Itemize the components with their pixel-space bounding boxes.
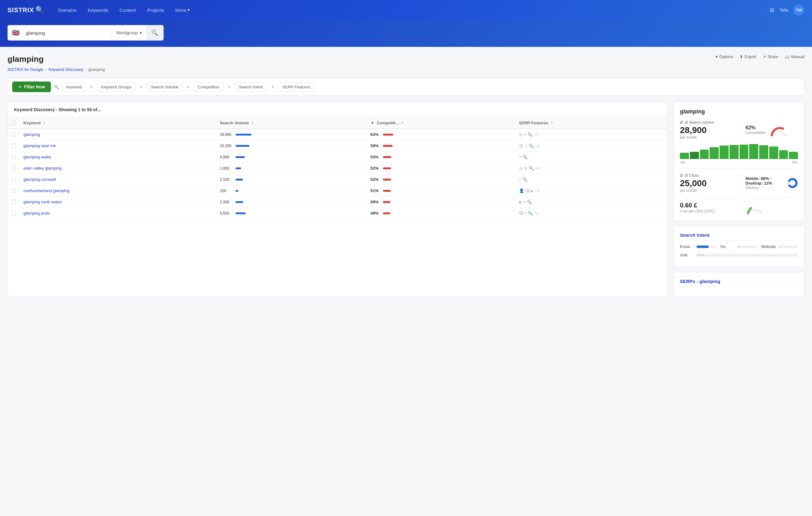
user-name: Talia (779, 7, 788, 12)
competition-pct: 59% (370, 143, 380, 148)
options-button[interactable]: ▾ Options (716, 54, 733, 59)
keyword-cell[interactable]: glamping near me (23, 143, 56, 148)
serp-icon: 🔍 (527, 132, 532, 137)
keyword-cell[interactable]: glamping wales (23, 154, 52, 159)
volume-value: 28,900 (220, 133, 233, 137)
competition-bar-fill (383, 156, 392, 158)
plus-search-volume-icon: ＋ (139, 84, 144, 90)
nav-domains[interactable]: Domains (54, 5, 81, 15)
grid-icon[interactable]: ⊞ (770, 6, 774, 13)
intent-item: Visit (680, 253, 798, 257)
right-panel: glamping Ø Ø Search volume 28,900 per mo… (673, 102, 805, 297)
volume-bar: 2,150 (220, 177, 363, 182)
filter-keyword[interactable]: Keyword (62, 83, 86, 91)
brand-logo[interactable]: SISTRIX 🔍 (7, 6, 44, 14)
competition-bar: 59% (370, 143, 512, 148)
country-flag-icon[interactable]: 🇬🇧 (8, 29, 23, 36)
serp-icon: ▶ (531, 188, 534, 193)
serp-help-icon: ? (551, 121, 553, 125)
keyword-cell[interactable]: glamping pods (23, 211, 50, 216)
volume-value: 5,550 (220, 211, 233, 216)
search-icon: 🔍 (54, 85, 59, 89)
search-filter-dropdown[interactable]: Wordgroup ▾ (112, 30, 146, 35)
row-checkbox[interactable] (11, 189, 16, 193)
serp-icon: ≡ (519, 177, 522, 182)
serp-icon: ≡ (523, 200, 526, 204)
competition-bar: 51% (370, 188, 512, 193)
export-button[interactable]: ⬇ Export (740, 54, 756, 59)
col-competition[interactable]: ▼ Competiti... ? (367, 117, 515, 129)
search-button[interactable]: 🔍 (146, 26, 163, 40)
breadcrumb-keyword-discovery[interactable]: Keyword Discovery (49, 67, 83, 72)
share-icon: ↗ (763, 54, 766, 59)
intent-item: Do (721, 244, 757, 249)
avatar[interactable]: TW (793, 4, 805, 16)
keyword-cell[interactable]: eden valley glamping (23, 166, 61, 171)
table-wrapper: Keyword ? Search Volume ? ▼ Competiti...… (8, 117, 667, 219)
manual-button[interactable]: 📖 Manual (784, 54, 805, 59)
chevron-down-icon: ▾ (140, 30, 142, 35)
keyword-table-panel: Keyword Discovery - Showing 1 to 50 of..… (7, 102, 667, 297)
sort-arrow-icon: ▼ (370, 120, 374, 125)
nav-content[interactable]: Content (115, 5, 141, 15)
col-volume[interactable]: Search Volume ? (216, 117, 367, 129)
serp-icons: 🖼≡🔍+1 (519, 211, 663, 216)
chart-label-end: Dec (792, 160, 798, 164)
filter-competition[interactable]: Competition (194, 83, 223, 91)
cpc-label: Cost per Click (CPC) (680, 209, 733, 213)
intent-bar-fill (696, 254, 704, 256)
cpc-metric: 0.60 £ Cost per Click (CPC) (680, 202, 739, 214)
keyword-cell[interactable]: glamping north wales (23, 200, 62, 204)
share-button[interactable]: ↗ Share (763, 54, 779, 59)
volume-bar-fill (235, 134, 252, 136)
table-row: glamping near me 20,200 59% 🛒≡🔍+1 (8, 140, 667, 151)
serps-title: SERPs - glamping (680, 279, 798, 287)
serp-icon: ≡ (524, 211, 527, 216)
row-checkbox[interactable] (11, 133, 16, 137)
brand-search-icon: 🔍 (35, 6, 44, 14)
chart-bar (720, 146, 729, 159)
competition-bar-fill (383, 190, 391, 192)
filter-serp-features[interactable]: SERP Features (278, 83, 315, 91)
competition-bar: 62% (370, 132, 512, 137)
filter-keyword-groups[interactable]: Keyword Groups (97, 83, 136, 91)
volume-value: 100 (220, 189, 233, 193)
competition-gauge (769, 124, 788, 136)
serp-icon: +1 (534, 211, 539, 216)
search-volume-label: Ø Ø Search volume (680, 120, 733, 125)
competition-bar: 49% (370, 211, 512, 216)
chart-bar (769, 146, 778, 159)
filter-search-intent[interactable]: Search Intent (235, 83, 267, 91)
competition-metric: 62% Competition (739, 120, 798, 140)
volume-value: 20,200 (220, 144, 233, 148)
chart-bar (700, 150, 709, 159)
row-checkbox[interactable] (11, 166, 16, 171)
row-checkbox[interactable] (11, 155, 16, 159)
keyword-cell[interactable]: glamping cornwall (23, 177, 56, 182)
filter-now-button[interactable]: ＋ Filter Now (12, 82, 51, 92)
row-checkbox[interactable] (11, 211, 16, 216)
search-input[interactable] (23, 27, 112, 39)
volume-bar: 100 (220, 189, 363, 193)
serp-icon: 🔍 (527, 200, 532, 204)
keyword-cell[interactable]: northumberland glamping (23, 188, 69, 193)
breadcrumb-root[interactable]: SISTRIX for Google (7, 67, 44, 72)
nav-keywords[interactable]: Keywords (83, 5, 113, 15)
serp-icon: 🖼 (525, 188, 529, 193)
competition-bar-fill (383, 167, 391, 169)
serp-icon: 🔍 (522, 154, 527, 159)
plus-competition-icon: ＋ (185, 84, 191, 90)
page-title: glamping (7, 54, 44, 64)
keyword-cell[interactable]: glamping (23, 132, 40, 137)
select-all-checkbox[interactable] (11, 121, 16, 125)
volume-value: 2,150 (220, 177, 233, 182)
nav-projects[interactable]: Projects (143, 5, 168, 15)
metrics-sep-2 (680, 197, 798, 197)
row-checkbox[interactable] (11, 200, 16, 204)
row-checkbox[interactable] (11, 177, 16, 182)
table-row: glamping wales 4,900 53% ≡🔍 (8, 151, 667, 163)
serp-icon: ≡ (524, 132, 526, 137)
filter-search-volume[interactable]: Search Volume (147, 83, 182, 91)
row-checkbox[interactable] (11, 144, 16, 148)
nav-more[interactable]: More ▾ (171, 5, 194, 15)
